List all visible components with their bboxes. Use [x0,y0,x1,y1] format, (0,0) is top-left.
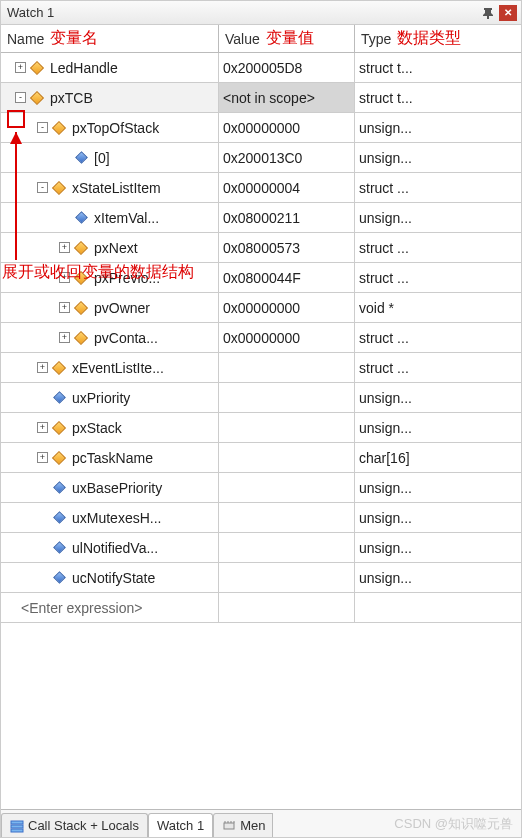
variable-name: pxStack [70,420,122,436]
tab-callstack[interactable]: Call Stack + Locals [1,813,148,837]
annotation-value: 变量值 [266,28,314,49]
struct-icon [74,331,88,345]
table-row[interactable]: uxMutexesH...unsign... [1,503,521,533]
variable-name: pxTopOfStack [70,120,159,136]
header-type[interactable]: Type 数据类型 [355,25,521,52]
header-value[interactable]: Value 变量值 [219,25,355,52]
table-row[interactable]: -pxTopOfStack0x00000000unsign... [1,113,521,143]
variable-type: struct ... [355,323,521,352]
variable-type: unsign... [355,383,521,412]
collapse-icon[interactable]: - [37,182,48,193]
tab-memory[interactable]: Men [213,813,273,837]
variable-value[interactable] [219,563,355,592]
table-row[interactable]: +pxStackunsign... [1,413,521,443]
variable-name: xEventListIte... [70,360,164,376]
variable-value[interactable] [219,353,355,382]
struct-icon [30,61,44,75]
header-type-label: Type [361,31,391,47]
tab-watch1[interactable]: Watch 1 [148,813,213,837]
variable-type: char[16] [355,443,521,472]
table-row[interactable]: ucNotifyStateunsign... [1,563,521,593]
variable-name: xStateListItem [70,180,161,196]
variable-value[interactable]: 0x00000000 [219,113,355,142]
variable-name: pxTCB [48,90,93,106]
struct-icon [52,181,66,195]
enter-expression-row[interactable]: <Enter expression> [1,593,521,623]
variable-type: struct t... [355,53,521,82]
expand-placeholder [37,482,48,493]
table-row[interactable]: +pxNext0x08000573struct ... [1,233,521,263]
collapse-icon[interactable]: - [15,92,26,103]
variable-icon [74,211,88,225]
variable-value[interactable]: 0x08000573 [219,233,355,262]
variable-value[interactable] [219,503,355,532]
variable-value[interactable]: 0x200013C0 [219,143,355,172]
struct-icon [52,421,66,435]
struct-icon [74,301,88,315]
pin-button[interactable] [479,5,497,21]
column-headers: Name 变量名 Value 变量值 Type 数据类型 [1,25,521,53]
table-row[interactable]: +pvOwner0x00000000void * [1,293,521,323]
watch-panel: Watch 1 ✕ Name 变量名 Value 变量值 Type 数据类型 +… [0,0,522,838]
variable-name: ucNotifyState [70,570,155,586]
table-row[interactable]: -pxTCB<not in scope>struct t... [1,83,521,113]
variable-type: struct ... [355,353,521,382]
variable-value[interactable] [219,443,355,472]
bottom-tabs: Call Stack + Locals Watch 1 Men [1,809,521,837]
header-name[interactable]: Name 变量名 [1,25,219,52]
svg-rect-3 [224,823,234,829]
tab-watch1-label: Watch 1 [157,818,204,833]
expand-icon[interactable]: + [37,362,48,373]
watch-grid[interactable]: +LedHandle0x200005D8struct t...-pxTCB<no… [1,53,521,809]
close-button[interactable]: ✕ [499,5,517,21]
table-row[interactable]: -xStateListItem0x00000004struct ... [1,173,521,203]
variable-value[interactable] [219,533,355,562]
variable-value[interactable]: 0x0800044F [219,263,355,292]
enter-expression-type [355,593,521,622]
expand-icon[interactable]: + [37,452,48,463]
variable-value[interactable]: <not in scope> [219,83,355,112]
variable-value[interactable]: 0x200005D8 [219,53,355,82]
memory-icon [222,819,236,833]
variable-name: uxBasePriority [70,480,162,496]
panel-title: Watch 1 [5,5,477,20]
table-row[interactable]: +xEventListIte...struct ... [1,353,521,383]
variable-name: [0] [92,150,110,166]
variable-name: uxMutexesH... [70,510,161,526]
variable-value[interactable]: 0x08000211 [219,203,355,232]
expand-icon[interactable]: + [15,62,26,73]
variable-type: struct ... [355,233,521,262]
variable-value[interactable]: 0x00000000 [219,293,355,322]
table-row[interactable]: xItemVal...0x08000211unsign... [1,203,521,233]
table-row[interactable]: +pvConta...0x00000000struct ... [1,323,521,353]
collapse-icon[interactable]: - [37,122,48,133]
table-row[interactable]: [0]0x200013C0unsign... [1,143,521,173]
expand-placeholder [37,512,48,523]
struct-icon [30,91,44,105]
variable-value[interactable]: 0x00000004 [219,173,355,202]
variable-value[interactable] [219,413,355,442]
table-row[interactable]: +pcTaskNamechar[16] [1,443,521,473]
svg-rect-2 [11,829,23,832]
table-row[interactable]: uxBasePriorityunsign... [1,473,521,503]
variable-type: unsign... [355,503,521,532]
variable-value[interactable] [219,473,355,502]
variable-icon [52,571,66,585]
variable-value[interactable]: 0x00000000 [219,323,355,352]
expand-icon[interactable]: + [59,302,70,313]
struct-icon [52,451,66,465]
expand-placeholder [37,392,48,403]
table-row[interactable]: ulNotifiedVa...unsign... [1,533,521,563]
table-row[interactable]: +LedHandle0x200005D8struct t... [1,53,521,83]
expand-placeholder [59,212,70,223]
variable-type: unsign... [355,563,521,592]
expand-icon[interactable]: + [59,242,70,253]
table-row[interactable]: uxPriorityunsign... [1,383,521,413]
expand-icon[interactable]: + [37,422,48,433]
variable-value[interactable] [219,383,355,412]
expand-icon[interactable]: + [59,332,70,343]
variable-type: unsign... [355,203,521,232]
enter-expression-value[interactable] [219,593,355,622]
struct-icon [52,121,66,135]
svg-rect-0 [11,821,23,824]
